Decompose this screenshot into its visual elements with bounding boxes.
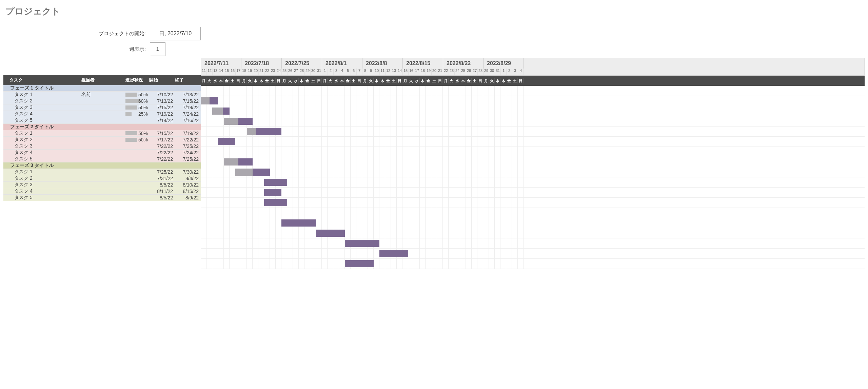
weekday-cell: 金 — [466, 78, 472, 83]
task-start: 7/15/22 — [149, 105, 175, 110]
weekday-cell: 月 — [483, 78, 489, 83]
weekday-cell: 月 — [281, 78, 287, 83]
task-timeline-row — [201, 116, 865, 127]
gantt-bar[interactable] — [247, 128, 281, 135]
weekday-cell: 金 — [345, 78, 351, 83]
weekday-cell: 土 — [431, 78, 437, 83]
phase-header[interactable]: フェーズ 1 タイトル — [3, 85, 201, 92]
task-row[interactable]: タスク 425%7/19/227/24/22 — [3, 111, 201, 117]
task-row[interactable]: タスク 57/22/227/25/22 — [3, 156, 201, 162]
task-name: タスク 1 — [3, 169, 81, 175]
task-name: タスク 4 — [3, 188, 81, 194]
day-number: 31 — [495, 69, 501, 75]
day-number: 11 — [201, 69, 207, 75]
weekday-header: 月火水木金土日月火水木金土日月火水木金土日月火水木金土日月火水木金土日月火水木金… — [201, 76, 865, 86]
task-row[interactable]: タスク 37/22/227/25/22 — [3, 143, 201, 150]
day-number: 3 — [334, 69, 339, 75]
phase-timeline-row — [201, 86, 865, 96]
timeline-header: 2022/7/112022/7/182022/7/252022/8/12022/… — [201, 58, 865, 76]
day-number: 27 — [472, 69, 478, 75]
weekday-cell: 火 — [206, 78, 212, 83]
task-row[interactable]: タスク 48/11/228/15/22 — [3, 188, 201, 195]
weekday-cell: 火 — [449, 78, 454, 83]
weekday-cell: 金 — [264, 78, 270, 83]
task-row[interactable]: タスク 38/5/228/10/22 — [3, 182, 201, 188]
task-start: 7/22/22 — [149, 150, 175, 155]
gantt-bar[interactable] — [264, 179, 287, 186]
week-display-value[interactable]: 1 — [150, 42, 165, 56]
task-name: タスク 2 — [3, 98, 81, 104]
gantt-bar-progress — [235, 169, 253, 176]
task-timeline-row — [201, 218, 865, 228]
weekday-cell: 日 — [477, 78, 483, 83]
day-number: 1 — [501, 69, 507, 75]
task-row[interactable]: タスク 47/22/227/24/22 — [3, 150, 201, 156]
day-number: 21 — [259, 69, 264, 75]
day-number: 31 — [316, 69, 322, 75]
gantt-bar[interactable] — [218, 138, 235, 145]
gantt-bar[interactable] — [345, 240, 379, 247]
day-number: 5 — [345, 69, 351, 75]
col-progress: 進捗状況 — [125, 77, 149, 83]
project-start-value[interactable]: 日, 2022/7/10 — [150, 27, 201, 40]
task-start: 7/15/22 — [149, 131, 175, 136]
task-timeline-row — [201, 106, 865, 116]
phase-title: フェーズ 2 タイトル — [3, 124, 201, 130]
weekday-cell: 日 — [437, 78, 443, 83]
task-row[interactable]: タスク 150%7/15/227/19/22 — [3, 130, 201, 137]
gantt-bar[interactable] — [316, 230, 345, 237]
weekday-cell: 土 — [512, 78, 518, 83]
phase-header[interactable]: フェーズ 3 タイトル — [3, 162, 201, 169]
task-end: 8/4/22 — [175, 176, 201, 181]
day-number: 20 — [432, 69, 437, 75]
task-progress: 50% — [125, 105, 149, 110]
task-row[interactable]: タスク 250%7/17/227/22/22 — [3, 137, 201, 143]
task-row[interactable]: タスク 1名前50%7/10/227/13/22 — [3, 92, 201, 98]
weekday-cell: 金 — [224, 78, 230, 83]
task-end: 8/10/22 — [175, 182, 201, 188]
day-number: 4 — [518, 69, 524, 75]
task-start: 7/10/22 — [149, 92, 175, 97]
weekday-cell: 日 — [356, 78, 362, 83]
weekday-cell: 木 — [460, 78, 466, 83]
gantt-bar[interactable] — [224, 118, 253, 125]
task-start: 8/5/22 — [149, 182, 175, 188]
gantt-bar[interactable] — [201, 97, 218, 104]
day-number: 18 — [241, 69, 247, 75]
task-row[interactable]: タスク 27/31/228/4/22 — [3, 175, 201, 182]
day-number: 23 — [449, 69, 455, 75]
gantt-bar[interactable] — [345, 260, 374, 267]
gantt-bar[interactable] — [212, 108, 230, 115]
day-number: 2 — [328, 69, 334, 75]
task-name: タスク 2 — [3, 137, 81, 143]
gantt-bar[interactable] — [264, 199, 287, 206]
task-progress: 50% — [125, 131, 149, 136]
phase-header[interactable]: フェーズ 2 タイトル — [3, 124, 201, 130]
gantt-bar[interactable] — [264, 189, 281, 196]
task-row[interactable]: タスク 350%7/15/227/19/22 — [3, 104, 201, 111]
task-row[interactable]: タスク 58/5/228/9/22 — [3, 195, 201, 201]
task-row[interactable]: タスク 17/25/227/30/22 — [3, 169, 201, 175]
task-row[interactable]: タスク 260%7/13/227/15/22 — [3, 98, 201, 104]
weekday-cell: 日 — [316, 78, 322, 83]
day-number: 15 — [224, 69, 230, 75]
weekday-cell: 木 — [218, 78, 224, 83]
day-number: 3 — [512, 69, 518, 75]
gantt-bar[interactable] — [235, 169, 270, 176]
task-end: 7/24/22 — [175, 111, 201, 117]
week-header: 2022/7/25 — [282, 58, 322, 69]
task-row[interactable]: タスク 57/14/227/16/22 — [3, 117, 201, 124]
weekday-cell: 火 — [489, 78, 495, 83]
task-end: 7/13/22 — [175, 92, 201, 97]
gantt-bar-progress — [224, 118, 238, 125]
gantt-bar[interactable] — [281, 219, 316, 227]
day-number: 2 — [507, 69, 512, 75]
weekday-cell: 木 — [379, 78, 385, 83]
weekday-cell: 水 — [414, 78, 420, 83]
gantt-bar[interactable] — [379, 250, 408, 257]
day-number: 12 — [386, 69, 391, 75]
task-progress: 25% — [125, 111, 149, 117]
day-number: 13 — [213, 69, 218, 75]
day-number: 25 — [282, 69, 288, 75]
gantt-bar[interactable] — [224, 158, 253, 166]
